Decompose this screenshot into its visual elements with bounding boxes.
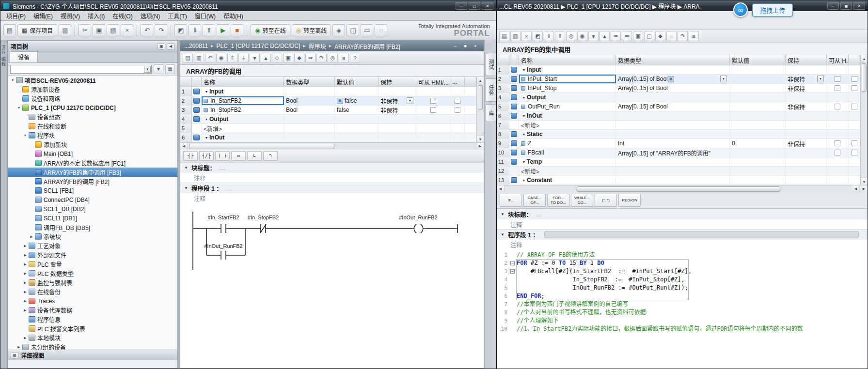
contact-no-label[interactable]: #In_StartFB2	[208, 215, 239, 220]
hmi-accessible-cell[interactable]	[827, 65, 849, 74]
type-browse-icon[interactable]: ▦	[668, 76, 674, 82]
code-line-8[interactable]: 8//个人对当前的书写格式不理解，也无资料可依据	[497, 308, 868, 317]
expander-icon[interactable]: ▶	[22, 262, 28, 266]
tree-item-14[interactable]: SCL1_DB [DB2]	[8, 204, 177, 214]
default-value-cell[interactable]	[730, 167, 786, 175]
name-cell[interactable]: <新增>	[519, 167, 616, 175]
window-maximize-button[interactable]: ■	[840, 2, 852, 10]
task-card-tab-2[interactable]: 库	[486, 104, 496, 122]
retain-cell[interactable]	[786, 65, 827, 74]
network-1-section[interactable]: 程序段 1 ： ....	[180, 183, 484, 193]
type-cell[interactable]	[284, 87, 335, 96]
name-cell[interactable]: ▼Constant	[519, 176, 616, 184]
expander-icon[interactable]: ▼	[204, 90, 209, 93]
expand-all-icon[interactable]: ▼	[250, 53, 260, 63]
contact-nc-label[interactable]: #In_StopFB2	[248, 215, 279, 220]
table-row-8[interactable]: 8▼Static	[497, 130, 860, 139]
branch-contact-label[interactable]: #InOut_RunFB2	[204, 243, 243, 249]
checkbox[interactable]	[852, 85, 857, 91]
retain-cell[interactable]	[379, 124, 416, 133]
type-cell[interactable]: Int	[616, 139, 730, 148]
tree-item-18[interactable]: ▶工艺对象	[8, 241, 177, 250]
checkbox[interactable]	[835, 76, 840, 82]
scroll-down-icon[interactable]	[861, 178, 868, 185]
type-cell[interactable]: Array[0..15] of Bool	[616, 84, 730, 92]
table-row-4[interactable]: 4▼Output	[180, 115, 476, 124]
expander-icon[interactable]: ▶	[22, 308, 28, 312]
name-cell[interactable]: ▼InOut	[202, 133, 284, 142]
hmi-visible-cell[interactable]	[849, 93, 860, 102]
favorites-icon[interactable]: ◆	[294, 53, 304, 63]
menu-item-8[interactable]: 帮助(H)	[220, 11, 247, 21]
details-view-bar[interactable]: ▦ 详细视图	[8, 350, 177, 360]
code-line-5[interactable]: 5 InOut_RunFB2 := #OutPut_Run[#Z]);	[497, 284, 868, 292]
upload-tool-icon[interactable]: ∞	[733, 2, 748, 17]
default-value-cell[interactable]	[730, 121, 786, 129]
hmi-visible-cell[interactable]	[849, 130, 860, 138]
expander-icon[interactable]: ▶	[29, 235, 34, 239]
retain-cell[interactable]: 非保持	[786, 102, 827, 111]
table-row-6[interactable]: 6▼InOut	[180, 133, 476, 142]
name-cell[interactable]: ▼InOut	[519, 111, 616, 120]
expander-icon[interactable]: ▶	[22, 272, 28, 276]
outdent-icon[interactable]: ⇐	[622, 31, 632, 41]
hmi-visible-cell[interactable]	[849, 121, 860, 129]
more-cell[interactable]	[450, 96, 465, 105]
retain-cell[interactable]	[379, 115, 416, 123]
network-comment[interactable]: 注释	[180, 193, 484, 203]
collapse-arrow-icon[interactable]	[501, 232, 505, 237]
code-line-6[interactable]: 6END_FOR;	[497, 292, 868, 300]
save-project-button[interactable]: ▦保存项目	[17, 24, 57, 36]
expander-icon[interactable]: ▼	[521, 179, 527, 182]
add-row-icon[interactable]: ▥	[510, 31, 521, 41]
name-cell[interactable]: InPut_Stop	[519, 84, 616, 92]
tree-item-15[interactable]: SCL11 [DB1]	[8, 214, 177, 223]
filter-icon[interactable]: ▼	[154, 64, 163, 74]
collapse-icon[interactable]	[510, 269, 515, 274]
retain-cell[interactable]	[786, 121, 827, 129]
tree-item-11[interactable]: ARRAY的FB的调用 [FB2]	[8, 177, 177, 186]
tree-item-21[interactable]: ▶PLC 数据类型	[8, 269, 177, 278]
insert-row-icon[interactable]: ▤	[499, 31, 509, 41]
type-cell[interactable]: Bool	[284, 106, 335, 114]
type-cell[interactable]	[616, 157, 730, 166]
tree-item-16[interactable]: 调用FB_DB [DB5]	[8, 223, 177, 232]
download-icon[interactable]: ⇓	[544, 31, 554, 41]
tree-item-25[interactable]: ▶设备代理数据	[8, 306, 177, 315]
expander-icon[interactable]: ▼	[521, 160, 527, 164]
cut-icon[interactable]: ✂	[79, 24, 91, 36]
nc-contact-icon[interactable]: ┤/├	[199, 151, 214, 161]
expander-icon[interactable]: ▶	[22, 244, 28, 248]
indent-icon[interactable]: ⇒	[611, 31, 621, 41]
hmi-visible-cell[interactable]	[849, 84, 860, 92]
split-editor-vertical-icon[interactable]: ◫	[347, 24, 359, 36]
snippet-tab-3[interactable]: WHILE...DO...	[571, 194, 593, 207]
expander-icon[interactable]: ▼	[16, 106, 22, 109]
hmi-visible-cell[interactable]	[849, 102, 860, 111]
copy-snapshot-icon[interactable]: ⇑	[227, 53, 237, 63]
no-contact-icon[interactable]: ┤├	[183, 151, 198, 161]
checkbox[interactable]	[430, 107, 436, 113]
block-title-section[interactable]: 块标题： ....	[497, 209, 868, 219]
tree-item-8[interactable]: Main [OB1]	[8, 149, 177, 158]
name-cell[interactable]: InPut_Start	[519, 75, 616, 83]
expander-icon[interactable]: ▼	[22, 134, 28, 137]
code-line-3[interactable]: 3 #FBcall[#Z](In_StartFB2 := #InPut_Star…	[497, 267, 868, 276]
retain-cell[interactable]: 非保持	[786, 139, 827, 148]
hmi-accessible-cell[interactable]	[827, 121, 849, 129]
snippet-tab-0[interactable]: IF...	[500, 194, 522, 207]
tree-item-1[interactable]: 添加新设备	[8, 85, 177, 94]
help-icon[interactable]: ?	[350, 53, 360, 63]
default-value-cell[interactable]: 0	[730, 139, 786, 148]
delete-icon[interactable]: ×	[121, 24, 133, 36]
block-comment[interactable]: 注释	[497, 219, 868, 229]
tab-devices[interactable]: 设备	[10, 51, 38, 62]
tree-item-24[interactable]: ▶Traces	[8, 296, 177, 306]
network-1-section[interactable]: 程序段 1 ：	[497, 229, 868, 240]
load-start-values-icon[interactable]: ⇓	[238, 53, 249, 63]
download-to-device-icon[interactable]: ⇓	[189, 24, 201, 36]
retain-cell[interactable]	[786, 93, 827, 102]
type-cell[interactable]	[284, 115, 335, 123]
editor-close-button[interactable]: ×	[471, 43, 480, 49]
tree-item-23[interactable]: ▶在线备份	[8, 287, 177, 296]
